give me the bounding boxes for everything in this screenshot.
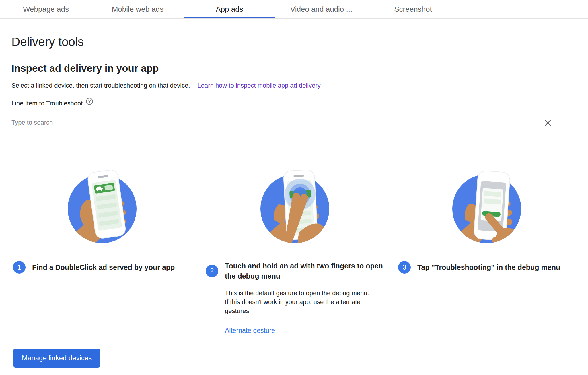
line-item-label: Line Item to Troubleshoot xyxy=(11,99,83,108)
step-1-number-badge: 1 xyxy=(13,261,26,274)
tab-screenshot[interactable]: Screenshot xyxy=(367,0,459,18)
page-title: Delivery tools xyxy=(11,35,588,49)
steps-section: 1 Find a DoubleClick ad served by your a… xyxy=(11,170,588,335)
step-1-column: 1 Find a DoubleClick ad served by your a… xyxy=(11,170,204,335)
step-3-number-badge: 3 xyxy=(398,261,411,274)
alternate-gesture-link[interactable]: Alternate gesture xyxy=(225,327,275,335)
main-content: Delivery tools Inspect ad delivery in yo… xyxy=(0,35,588,335)
step-3-title: Tap "Troubleshooting" in the debug menu xyxy=(417,262,560,272)
search-input[interactable] xyxy=(11,115,556,131)
section-title: Inspect ad delivery in your app xyxy=(11,62,588,74)
step-1-row: 1 Find a DoubleClick ad served by your a… xyxy=(11,261,193,274)
step-1-title: Find a DoubleClick ad served by your app xyxy=(32,262,175,272)
tab-bar: Webpage ads Mobile web ads App ads Video… xyxy=(0,0,588,19)
tab-label: Webpage ads xyxy=(23,5,69,14)
intro-text: Select a linked device, then start troub… xyxy=(11,82,190,89)
step-2-description: This is the default gesture to open the … xyxy=(225,289,373,315)
field-label-row: Line Item to Troubleshoot ? xyxy=(11,99,588,108)
illustration-find-ad xyxy=(11,170,193,244)
manage-linked-devices-button[interactable]: Manage linked devices xyxy=(13,349,100,368)
help-icon[interactable]: ? xyxy=(86,98,93,105)
tab-label: Mobile web ads xyxy=(112,5,164,14)
illustration-tap-troubleshooting xyxy=(397,170,577,244)
line-item-search xyxy=(11,115,556,132)
step-2-column: 2 Touch and hold an ad with two fingers … xyxy=(204,170,397,335)
tab-app-ads[interactable]: App ads xyxy=(184,0,275,18)
tab-mobile-web-ads[interactable]: Mobile web ads xyxy=(92,0,184,18)
step-2-number-badge: 2 xyxy=(206,265,218,277)
step-2-title: Touch and hold an ad with two fingers to… xyxy=(225,261,385,281)
illustration-two-finger-hold xyxy=(204,170,385,244)
tab-label: Screenshot xyxy=(394,5,432,14)
tab-video-and-audio[interactable]: Video and audio ... xyxy=(275,0,367,18)
delivery-tools-page: Webpage ads Mobile web ads App ads Video… xyxy=(0,0,588,375)
tab-label: App ads xyxy=(216,5,243,14)
intro-row: Select a linked device, then start troub… xyxy=(11,81,588,90)
tab-webpage-ads[interactable]: Webpage ads xyxy=(0,0,92,18)
step-3-column: 3 Tap "Troubleshooting" in the debug men… xyxy=(397,170,588,335)
learn-how-link[interactable]: Learn how to inspect mobile app ad deliv… xyxy=(198,82,321,89)
step-3-row: 3 Tap "Troubleshooting" in the debug men… xyxy=(397,261,577,274)
step-2-row: 2 Touch and hold an ad with two fingers … xyxy=(204,261,385,281)
clear-icon[interactable] xyxy=(543,118,552,127)
tab-label: Video and audio ... xyxy=(290,5,352,14)
